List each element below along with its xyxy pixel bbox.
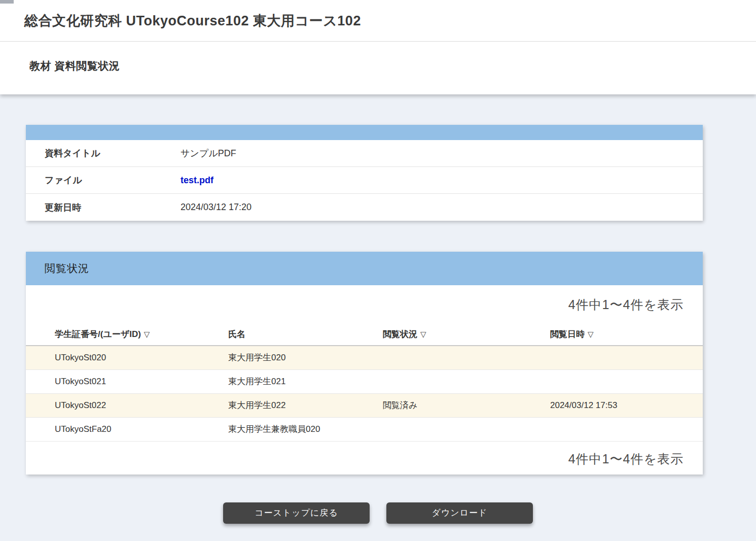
- cell-user-id: UTokyoSt022: [26, 393, 228, 417]
- download-button[interactable]: ダウンロード: [386, 502, 533, 524]
- sort-descending-icon[interactable]: ▽: [420, 330, 426, 339]
- document-info-panel: 資料タイトル サンプルPDF ファイル test.pdf 更新日時 2024/0…: [26, 125, 703, 221]
- table-row: UTokyoSt021 東大用学生021: [26, 369, 703, 393]
- column-header-user-id[interactable]: 学生証番号/(ユーザID)▽: [26, 324, 228, 346]
- document-title-value: サンプルPDF: [181, 147, 236, 159]
- action-button-row: コーストップに戻る ダウンロード: [0, 502, 756, 524]
- course-title: 総合文化研究科 UTokyoCourse102 東大用コース102: [0, 0, 756, 30]
- document-file-label: ファイル: [26, 174, 181, 186]
- viewing-status-table: 学生証番号/(ユーザID)▽ 氏名 閲覧状況▽ 閲覧日時▽ UTokyoSt02…: [26, 324, 703, 442]
- cell-user-id: UTokyoSt020: [26, 346, 228, 369]
- cell-viewed-at: [550, 369, 703, 393]
- sort-descending-icon[interactable]: ▽: [588, 330, 594, 339]
- cell-status: [383, 346, 550, 369]
- table-header-row: 学生証番号/(ユーザID)▽ 氏名 閲覧状況▽ 閲覧日時▽: [26, 324, 703, 346]
- result-count-bottom: 4件中1〜4件を表示: [26, 451, 703, 467]
- viewing-status-title: 閲覧状況: [26, 261, 89, 276]
- cell-status: [383, 417, 550, 441]
- sort-descending-icon[interactable]: ▽: [144, 330, 150, 339]
- cell-name: 東大用学生兼教職員020: [228, 417, 383, 441]
- viewing-status-panel: 閲覧状況 4件中1〜4件を表示 学生証番号/(ユーザID)▽ 氏名 閲覧状況▽ …: [26, 252, 703, 475]
- page-subtitle: 教材 資料閲覧状況: [0, 42, 756, 73]
- cell-user-id: UTokyoStFa20: [26, 417, 228, 441]
- cell-name: 東大用学生022: [228, 393, 383, 417]
- back-to-course-top-button[interactable]: コーストップに戻る: [223, 502, 370, 524]
- document-file-row: ファイル test.pdf: [26, 167, 703, 194]
- document-updated-value: 2024/03/12 17:20: [181, 202, 251, 213]
- column-header-status[interactable]: 閲覧状況▽: [383, 324, 550, 346]
- viewing-status-header-bar: 閲覧状況: [26, 252, 703, 285]
- cell-name: 東大用学生020: [228, 346, 383, 369]
- table-row: UTokyoSt022 東大用学生022 閲覧済み 2024/03/12 17:…: [26, 393, 703, 417]
- cell-status: 閲覧済み: [383, 393, 550, 417]
- document-updated-row: 更新日時 2024/03/12 17:20: [26, 194, 703, 221]
- result-count-top: 4件中1〜4件を表示: [26, 296, 703, 313]
- file-download-link[interactable]: test.pdf: [181, 175, 213, 185]
- column-header-name: 氏名: [228, 324, 383, 346]
- document-info-header-bar: [26, 125, 703, 140]
- cell-viewed-at: [550, 346, 703, 369]
- document-title-label: 資料タイトル: [26, 147, 181, 159]
- table-row: UTokyoStFa20 東大用学生兼教職員020: [26, 417, 703, 441]
- cell-status: [383, 369, 550, 393]
- document-updated-label: 更新日時: [26, 201, 181, 214]
- cell-viewed-at: [550, 417, 703, 441]
- cell-user-id: UTokyoSt021: [26, 369, 228, 393]
- cell-name: 東大用学生021: [228, 369, 383, 393]
- cell-viewed-at: 2024/03/12 17:53: [550, 393, 703, 417]
- column-header-viewed-at[interactable]: 閲覧日時▽: [550, 324, 703, 346]
- page-header: 総合文化研究科 UTokyoCourse102 東大用コース102 教材 資料閲…: [0, 0, 756, 94]
- document-title-row: 資料タイトル サンプルPDF: [26, 140, 703, 167]
- scrollbar-fragment: [0, 0, 14, 4]
- table-row: UTokyoSt020 東大用学生020: [26, 346, 703, 369]
